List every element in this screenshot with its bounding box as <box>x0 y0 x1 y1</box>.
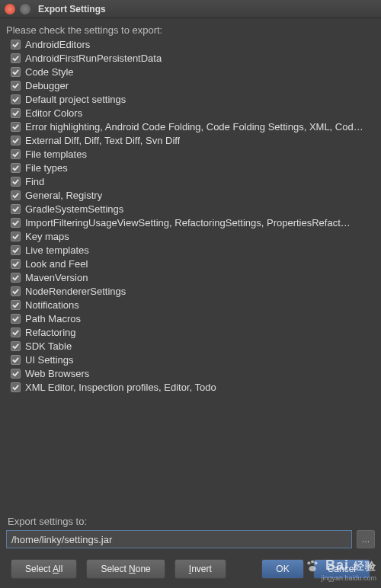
list-item[interactable]: Key maps <box>6 229 375 243</box>
checkbox-icon[interactable] <box>11 177 21 187</box>
list-item-label: ImportFilteringUsageViewSetting, Refacto… <box>25 217 351 228</box>
checkbox-icon[interactable] <box>11 136 21 145</box>
list-item-label: UI Settings <box>25 354 74 366</box>
list-item[interactable]: UI Settings <box>6 353 375 366</box>
checkbox-icon[interactable] <box>11 355 21 365</box>
checkbox-icon[interactable] <box>11 218 21 228</box>
list-item[interactable]: Look and Feel <box>6 257 375 270</box>
checkbox-icon[interactable] <box>11 341 21 351</box>
checkbox-icon[interactable] <box>11 204 21 214</box>
list-item-label: Debugger <box>25 80 69 91</box>
list-item[interactable]: Editor Colors <box>6 106 375 120</box>
select-all-button[interactable]: Select All <box>11 559 77 579</box>
checkbox-icon[interactable] <box>11 369 21 379</box>
content-area: Please check the settings to export: And… <box>0 18 381 588</box>
list-item-label: Key maps <box>25 231 69 242</box>
list-item-label: Editor Colors <box>25 107 82 119</box>
checkbox-icon[interactable] <box>11 149 21 159</box>
checkbox-icon[interactable] <box>11 108 21 118</box>
invert-button[interactable]: Invert <box>174 559 226 579</box>
list-item[interactable]: NodeRendererSettings <box>6 284 375 298</box>
list-item[interactable]: Path Macros <box>6 312 375 325</box>
checkbox-icon[interactable] <box>11 67 21 77</box>
list-item[interactable]: Web Browsers <box>6 366 375 380</box>
window-title: Export Settings <box>38 4 106 14</box>
list-item-label: Web Browsers <box>25 368 89 379</box>
list-item-label: External Diff, Diff, Text Diff, Svn Diff <box>25 135 180 146</box>
list-item-label: Error highlighting, Android Code Folding… <box>25 121 363 133</box>
list-item[interactable]: Refactoring <box>6 325 375 339</box>
list-item[interactable]: GradleSystemSettings <box>6 202 375 216</box>
select-none-button[interactable]: Select None <box>86 559 165 579</box>
list-item-label: AndroidFirstRunPersistentData <box>25 53 162 64</box>
close-icon[interactable] <box>5 4 15 14</box>
checkbox-icon[interactable] <box>11 300 21 310</box>
list-item[interactable]: Notifications <box>6 298 375 312</box>
list-item[interactable]: Live templates <box>6 243 375 257</box>
list-item[interactable]: AndroidEditors <box>6 37 375 51</box>
list-item-label: Live templates <box>25 244 89 256</box>
checkbox-icon[interactable] <box>11 40 21 50</box>
list-item-label: NodeRendererSettings <box>25 286 126 297</box>
settings-list: AndroidEditorsAndroidFirstRunPersistentD… <box>6 37 375 394</box>
list-item[interactable]: External Diff, Diff, Text Diff, Svn Diff <box>6 133 375 147</box>
list-item[interactable]: File types <box>6 161 375 174</box>
checkbox-icon[interactable] <box>11 273 21 283</box>
list-item[interactable]: MavenVersion <box>6 270 375 284</box>
list-item-label: Refactoring <box>25 327 75 338</box>
list-item[interactable]: Default project settings <box>6 92 375 106</box>
checkbox-icon[interactable] <box>11 163 21 173</box>
list-item-label: Look and Feel <box>25 258 88 270</box>
button-bar: Select All Select None Invert OK Cancel <box>6 559 375 588</box>
titlebar: Export Settings <box>0 0 381 18</box>
checkbox-icon[interactable] <box>11 53 21 63</box>
checkbox-icon[interactable] <box>11 328 21 337</box>
ok-button[interactable]: OK <box>261 559 303 579</box>
list-item-label: AndroidEditors <box>25 39 90 50</box>
checkbox-icon[interactable] <box>11 190 21 200</box>
browse-button[interactable]: … <box>357 530 375 548</box>
checkbox-icon[interactable] <box>11 245 21 255</box>
list-item-label: MavenVersion <box>25 272 88 283</box>
cancel-button[interactable]: Cancel <box>313 559 370 579</box>
checkbox-icon[interactable] <box>11 259 21 269</box>
list-item-label: Code Style <box>25 66 74 78</box>
checkbox-icon[interactable] <box>11 232 21 241</box>
list-item-label: Default project settings <box>25 94 126 105</box>
checkbox-icon[interactable] <box>11 81 21 91</box>
prompt-text: Please check the settings to export: <box>6 24 375 36</box>
checkbox-icon[interactable] <box>11 122 21 132</box>
list-item-label: Notifications <box>25 299 79 311</box>
list-item[interactable]: XML Editor, Inspection profiles, Editor,… <box>6 380 375 394</box>
checkbox-icon[interactable] <box>11 382 21 392</box>
list-item[interactable]: Debugger <box>6 78 375 92</box>
list-item-label: SDK Table <box>25 340 72 352</box>
checkbox-icon[interactable] <box>11 286 21 296</box>
list-item-label: Path Macros <box>25 313 81 324</box>
list-item-label: Find <box>25 176 44 187</box>
list-item[interactable]: AndroidFirstRunPersistentData <box>6 51 375 65</box>
checkbox-icon[interactable] <box>11 314 21 324</box>
list-item[interactable]: General, Registry <box>6 188 375 202</box>
list-item-label: File types <box>25 162 68 174</box>
checkbox-icon[interactable] <box>11 94 21 104</box>
minimize-icon[interactable] <box>20 4 30 14</box>
export-path-input[interactable] <box>6 530 352 548</box>
export-label: Export settings to: <box>8 516 375 527</box>
list-item[interactable]: File templates <box>6 147 375 161</box>
list-item[interactable]: Code Style <box>6 65 375 78</box>
list-item[interactable]: SDK Table <box>6 339 375 353</box>
list-item[interactable]: ImportFilteringUsageViewSetting, Refacto… <box>6 216 375 229</box>
list-item[interactable]: Find <box>6 174 375 188</box>
list-item-label: GradleSystemSettings <box>25 203 123 215</box>
list-item-label: XML Editor, Inspection profiles, Editor,… <box>25 382 216 393</box>
list-item[interactable]: Error highlighting, Android Code Folding… <box>6 120 375 133</box>
list-item-label: General, Registry <box>25 190 102 201</box>
list-item-label: File templates <box>25 149 87 160</box>
